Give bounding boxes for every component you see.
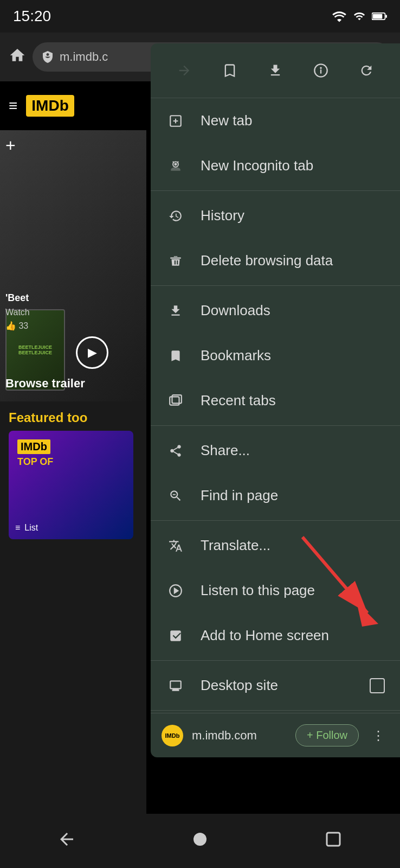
history-icon [166, 209, 185, 223]
menu-item-desktop-site[interactable]: Desktop site [151, 663, 400, 708]
menu-label-new-incognito-tab: New Incognito tab [201, 157, 385, 174]
svg-rect-1 [373, 14, 383, 19]
menu-toolbar [151, 43, 400, 98]
url-text: m.imdb.c [60, 50, 108, 64]
menu-item-share[interactable]: Share... [151, 428, 400, 473]
menu-item-delete-browsing-data[interactable]: Delete browsing data [151, 238, 400, 283]
listen-icon [166, 584, 185, 598]
back-button[interactable] [57, 829, 76, 853]
menu-item-history[interactable]: History [151, 193, 400, 238]
menu-label-recent-tabs: Recent tabs [201, 392, 385, 409]
home-icon[interactable] [9, 47, 26, 68]
divider-after-recent-tabs [151, 425, 400, 426]
bookmarks-icon [166, 349, 185, 363]
svg-rect-11 [173, 494, 176, 495]
three-dot-button[interactable]: ⋮ [367, 728, 389, 743]
reload-button[interactable] [352, 56, 380, 85]
downloads-icon [166, 304, 185, 318]
menu-label-new-tab: New tab [201, 112, 385, 129]
add-home-icon [166, 629, 185, 643]
svg-marker-13 [175, 588, 178, 593]
menu-footer: IMDb m.imdb.com + Follow ⋮ [151, 713, 400, 757]
dropdown-menu: New tabNew Incognito tabHistoryDelete br… [151, 43, 400, 757]
footer-divider [151, 710, 400, 711]
forward-button[interactable] [170, 56, 198, 85]
divider-after-new-incognito-tab [151, 190, 400, 191]
share-icon [166, 444, 185, 458]
svg-rect-2 [385, 15, 387, 17]
delete-icon [166, 254, 185, 268]
menu-label-find-in-page: Find in page [201, 487, 385, 504]
menu-items-list: New tabNew Incognito tabHistoryDelete br… [151, 98, 400, 708]
menu-label-add-to-home: Add to Home screen [201, 627, 385, 644]
divider-after-add-to-home [151, 660, 400, 661]
menu-item-bookmarks[interactable]: Bookmarks [151, 333, 400, 378]
site-favicon: IMDb [162, 725, 183, 746]
menu-label-listen-to-page: Listen to this page [201, 582, 385, 599]
menu-item-recent-tabs[interactable]: Recent tabs [151, 378, 400, 423]
menu-item-downloads[interactable]: Downloads [151, 288, 400, 333]
menu-label-desktop-site: Desktop site [201, 677, 354, 694]
menu-label-history: History [201, 207, 385, 224]
recents-button[interactable] [324, 829, 343, 853]
divider-after-find-in-page [151, 520, 400, 521]
site-url: m.imdb.com [192, 729, 287, 743]
menu-label-delete-browsing-data: Delete browsing data [201, 252, 385, 269]
incognito-icon [166, 159, 185, 173]
menu-item-add-to-home[interactable]: Add to Home screen [151, 613, 400, 658]
menu-item-find-in-page[interactable]: Find in page [151, 473, 400, 518]
secure-icon [41, 50, 54, 63]
info-button[interactable] [307, 56, 335, 85]
desktop-site-checkbox[interactable] [370, 678, 385, 693]
wifi-icon [332, 10, 347, 22]
desktop-icon [166, 679, 185, 693]
new-tab-icon [166, 114, 185, 128]
home-button[interactable] [190, 829, 210, 853]
download-page-button[interactable] [261, 56, 289, 85]
divider-after-delete-browsing-data [151, 285, 400, 286]
recent-tabs-icon [166, 394, 185, 408]
status-bar: 15:20 [0, 0, 400, 33]
battery-icon [372, 10, 387, 22]
menu-label-share: Share... [201, 442, 385, 459]
menu-label-translate: Translate... [201, 537, 385, 554]
bottom-navigation [0, 814, 400, 868]
menu-item-new-tab[interactable]: New tab [151, 98, 400, 143]
follow-button[interactable]: + Follow [295, 724, 359, 746]
menu-label-bookmarks: Bookmarks [201, 347, 385, 364]
menu-label-downloads: Downloads [201, 302, 385, 319]
menu-item-translate[interactable]: Translate... [151, 523, 400, 568]
svg-rect-18 [327, 833, 340, 846]
svg-point-17 [193, 833, 207, 846]
translate-icon [166, 539, 185, 553]
menu-item-listen-to-page[interactable]: Listen to this page [151, 568, 400, 613]
menu-item-new-incognito-tab[interactable]: New Incognito tab [151, 143, 400, 188]
bookmark-button[interactable] [216, 56, 244, 85]
status-icons [332, 10, 387, 22]
find-icon [166, 489, 185, 503]
status-time: 15:20 [13, 8, 51, 25]
signal-icon [353, 10, 365, 22]
